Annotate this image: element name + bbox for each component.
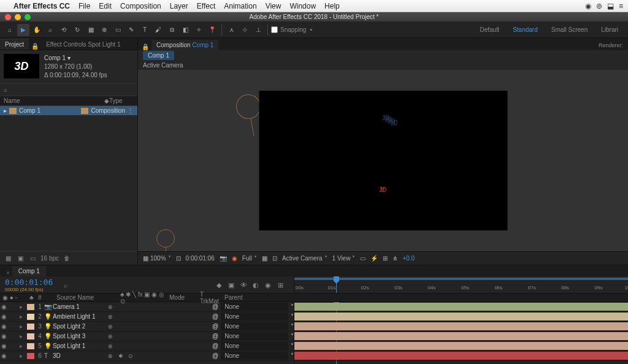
camera-tool[interactable]: ▦: [85, 24, 97, 36]
layer-switches[interactable]: ⊕: [108, 324, 157, 330]
layer-color[interactable]: [27, 304, 34, 310]
resolution-icon[interactable]: ⊡: [176, 255, 181, 262]
time-ruler[interactable]: :00s 01s 02s 03s 04s 05s 06s 07s 08s 09s…: [294, 276, 628, 294]
layer-name[interactable]: Camera 1: [53, 303, 108, 310]
type-tool[interactable]: T: [139, 24, 151, 36]
workspace-standard[interactable]: Standard: [507, 24, 544, 36]
grid-icon[interactable]: ▦: [262, 255, 267, 262]
visibility-toggle[interactable]: ◉: [0, 303, 7, 310]
axis-world-icon[interactable]: ⊹: [239, 24, 251, 36]
snapping-options-icon[interactable]: ⚬: [308, 26, 313, 33]
pickwhip-icon[interactable]: @: [212, 352, 218, 359]
mask-tool[interactable]: ▭: [112, 24, 124, 36]
3d-text-layer[interactable]: 3D 3D 3D 3D 3D: [380, 113, 386, 213]
layer-switches[interactable]: ⊕: [108, 333, 157, 339]
visibility-toggle[interactable]: ◉: [0, 333, 7, 339]
light-gizmo-2[interactable]: [156, 229, 175, 248]
col-parent[interactable]: Parent: [222, 294, 245, 301]
camera-dropdown[interactable]: Active Camera ˅: [282, 255, 327, 262]
parent-dropdown[interactable]: None: [221, 332, 288, 340]
pickwhip-icon[interactable]: @: [212, 333, 218, 339]
effect-controls-lock-icon[interactable]: 🔒: [29, 43, 41, 50]
bpc-label[interactable]: 16 bpc: [40, 255, 59, 262]
flowchart-icon[interactable]: ⋔: [392, 255, 397, 262]
app-menu[interactable]: After Effects CC: [13, 2, 70, 10]
layer-switches[interactable]: ⊕: [108, 343, 157, 349]
layer-name[interactable]: Spot Light 2: [53, 323, 108, 330]
window-minimize-button[interactable]: [15, 14, 21, 20]
workspace-default[interactable]: Default: [473, 24, 505, 36]
breadcrumb-item[interactable]: Comp 1: [143, 51, 174, 60]
viewport[interactable]: 3D 3D 3D 3D 3D: [138, 70, 628, 251]
dropbox-icon[interactable]: ⬓: [607, 2, 614, 10]
layer-duration-bar[interactable]: [294, 312, 628, 322]
menu-edit[interactable]: Edit: [99, 2, 112, 10]
twirl-icon[interactable]: ▸: [20, 303, 26, 310]
parent-dropdown[interactable]: None: [221, 303, 288, 311]
visibility-toggle[interactable]: ◉: [0, 313, 7, 320]
axis-local-icon[interactable]: ⋏: [225, 24, 237, 36]
fast-preview-icon[interactable]: ⚡: [370, 255, 378, 262]
menu-extra-icon[interactable]: ≡: [619, 2, 623, 10]
magnification[interactable]: ▦ 100% ˅: [143, 255, 171, 262]
comp-name-label[interactable]: Comp 1 ▾: [44, 54, 107, 63]
workspace-small-screen[interactable]: Small Screen: [545, 24, 594, 36]
window-close-button[interactable]: [5, 14, 11, 20]
timeline-icon[interactable]: ⊞: [383, 255, 388, 262]
layer-color[interactable]: [27, 333, 34, 339]
project-search[interactable]: ⌕: [0, 83, 137, 96]
layer-switches[interactable]: ⊕: [108, 314, 157, 320]
frame-blend-icon[interactable]: ◐: [251, 280, 261, 290]
brush-tool[interactable]: 🖌: [152, 24, 164, 36]
quality-dropdown[interactable]: Full ˅: [242, 255, 257, 262]
layer-name[interactable]: Spot Light 1: [53, 343, 108, 349]
timeline-search[interactable]: ⌕: [59, 282, 67, 289]
playhead[interactable]: [336, 276, 337, 293]
cloud-icon[interactable]: ⊚: [596, 2, 602, 10]
layer-duration-bar[interactable]: [294, 332, 628, 341]
effect-controls-tab[interactable]: Effect Controls Spot Light 1: [41, 39, 126, 50]
roto-tool[interactable]: ✧: [193, 24, 205, 36]
twirl-icon[interactable]: ▸: [20, 352, 26, 359]
selection-tool[interactable]: ▶: [17, 24, 29, 36]
project-item-comp1[interactable]: ▸ Comp 1 Composition ⋮: [0, 106, 137, 115]
parent-dropdown[interactable]: None: [221, 342, 288, 350]
current-timecode[interactable]: 0:00:01:06: [5, 278, 53, 287]
rotation-tool[interactable]: ↻: [71, 24, 83, 36]
layer-name[interactable]: 3D: [53, 352, 108, 359]
interpret-footage-icon[interactable]: ▦: [4, 254, 12, 262]
layer-row[interactable]: ◉ ▸ 3 💡 Spot Light 2 ⊕ @None˅: [0, 322, 294, 332]
viewport-timecode[interactable]: 0:00:01:06: [186, 255, 215, 262]
menu-file[interactable]: File: [78, 2, 90, 10]
timeline-tab[interactable]: Comp 1: [12, 266, 46, 276]
puppet-tool[interactable]: 📍: [206, 24, 218, 36]
flowchart-icon[interactable]: ⋮: [128, 107, 134, 114]
home-button[interactable]: ⌂: [4, 24, 16, 36]
hand-tool[interactable]: ✋: [31, 24, 43, 36]
col-type[interactable]: Type: [109, 97, 134, 104]
menu-window[interactable]: Window: [289, 2, 316, 10]
twirl-icon[interactable]: ▸: [20, 343, 26, 349]
pan-behind-tool[interactable]: ⊕: [98, 24, 110, 36]
view-layout-dropdown[interactable]: 1 View ˅: [332, 255, 356, 262]
layer-duration-bar[interactable]: [294, 322, 628, 332]
col-name[interactable]: Name: [4, 97, 104, 104]
layer-duration-bar[interactable]: [294, 351, 628, 361]
orbit-tool[interactable]: ⟲: [58, 24, 70, 36]
comp-lock-icon[interactable]: 🔒: [142, 44, 149, 50]
eraser-tool[interactable]: ◧: [179, 24, 191, 36]
layer-switches[interactable]: ⊕: [108, 304, 157, 310]
layer-color[interactable]: [27, 353, 34, 359]
comp-thumbnail[interactable]: 3D: [4, 54, 39, 78]
snapping-checkbox[interactable]: [271, 26, 278, 33]
new-folder-icon[interactable]: ▭: [28, 254, 37, 262]
visibility-toggle[interactable]: ◉: [0, 343, 7, 349]
draft-3d-icon[interactable]: ▣: [226, 280, 236, 290]
menu-effect[interactable]: Effect: [197, 2, 215, 10]
layer-row[interactable]: ◉ ▸ 6 T 3D ⊕ ✱ ⊙ @None˅: [0, 351, 294, 361]
layer-row[interactable]: ◉ ▸ 1 📷 Camera 1 ⊕ @None˅: [0, 302, 294, 312]
twirl-icon[interactable]: ▸: [20, 313, 26, 320]
window-maximize-button[interactable]: [25, 14, 31, 20]
menu-help[interactable]: Help: [324, 2, 340, 10]
layer-color[interactable]: [27, 343, 34, 349]
